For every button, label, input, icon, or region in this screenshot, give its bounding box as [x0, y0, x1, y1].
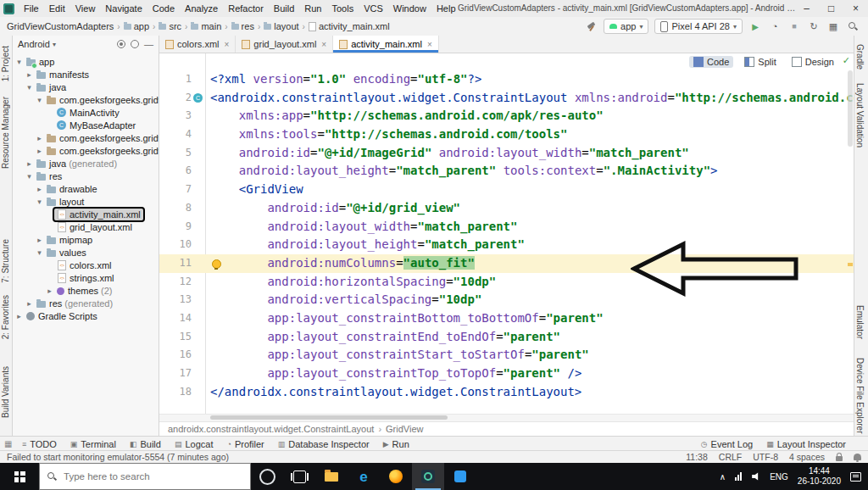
close-tab-icon[interactable]: ×	[225, 40, 230, 49]
tree-expand-arrow-icon[interactable]: ▸	[35, 147, 44, 155]
breadcrumb-androidx-constraintlayout-widget-constraintlayout[interactable]: androidx.constraintlayout.widget.Constra…	[168, 424, 374, 434]
mode-code-button[interactable]: Code	[689, 56, 733, 68]
menu-navigate[interactable]: Navigate	[100, 0, 147, 17]
tool-window-button-logcat[interactable]: ▤Logcat	[175, 439, 214, 449]
tree-expand-arrow-icon[interactable]: ▸	[25, 299, 34, 308]
tree-collapse-arrow-icon[interactable]: ▾	[25, 172, 34, 181]
volume-icon[interactable]	[752, 472, 760, 481]
edge-button[interactable]: e	[348, 463, 380, 490]
sdk-manager-icon[interactable]: ▦	[826, 19, 840, 33]
tree-expand-arrow-icon[interactable]: ▸	[45, 287, 54, 295]
tool-window-button-event-log[interactable]: ◷Event Log	[701, 439, 753, 449]
tree-expand-arrow-icon[interactable]: ▸	[35, 236, 44, 244]
tool-window-button-build-variants[interactable]: Build Variants	[1, 366, 10, 418]
breadcrumb-main[interactable]: main	[191, 21, 221, 31]
tool-window-button-terminal[interactable]: ▣Terminal	[70, 439, 116, 449]
tree-expand-arrow-icon[interactable]: ▸	[14, 312, 24, 320]
tree-collapse-arrow-icon[interactable]: ▾	[35, 198, 44, 206]
project-view-selector[interactable]: Android ▾	[18, 39, 56, 49]
tab-grid-layout-xml[interactable]: grid_layout.xml×	[236, 36, 333, 53]
taskbar-search[interactable]	[39, 463, 251, 490]
tool-window-button-resource-manager[interactable]: Resource Manager	[1, 97, 10, 169]
tool-window-button-database-inspector[interactable]: ▥Database Inspector	[278, 439, 370, 449]
file-encoding-indicator[interactable]: UTF-8	[753, 452, 778, 462]
show-hidden-icons-chevron[interactable]: ∧	[720, 472, 726, 482]
indent-indicator[interactable]: 4 spaces	[789, 452, 825, 462]
tool-window-button-2-favorites[interactable]: 2: Favorites	[1, 295, 10, 339]
menu-analyze[interactable]: Analyze	[180, 0, 223, 17]
maximize-button[interactable]: □	[819, 0, 843, 17]
menu-tools[interactable]: Tools	[326, 0, 359, 17]
menu-view[interactable]: View	[70, 0, 101, 17]
tool-window-button-layout-inspector[interactable]: ▦Layout Inspector	[766, 439, 846, 449]
hide-panel-icon[interactable]: —	[144, 39, 153, 49]
menu-run[interactable]: Run	[299, 0, 326, 17]
task-view-button[interactable]	[283, 463, 315, 490]
emulator-taskbar-button[interactable]	[444, 463, 476, 490]
android-studio-taskbar-button[interactable]	[412, 463, 444, 490]
menu-file[interactable]: File	[19, 0, 44, 17]
line-separator-indicator[interactable]: CRLF	[719, 452, 742, 462]
breadcrumb-activity-main-xml[interactable]: activity_main.xml	[309, 21, 390, 31]
close-tab-icon[interactable]: ×	[321, 40, 326, 49]
tool-window-button-7-structure[interactable]: 7: Structure	[1, 239, 10, 283]
minimize-button[interactable]: –	[794, 0, 819, 17]
tree-collapse-arrow-icon[interactable]: ▾	[25, 83, 34, 92]
tool-window-switcher-icon[interactable]: ▦	[4, 439, 12, 448]
tool-window-button-1-project[interactable]: 1: Project	[1, 46, 10, 81]
start-button[interactable]	[0, 463, 39, 490]
search-everywhere-icon[interactable]	[846, 19, 860, 33]
select-opened-file-icon[interactable]	[117, 40, 125, 48]
close-tab-icon[interactable]: ×	[427, 40, 432, 49]
firefox-button[interactable]	[380, 463, 412, 490]
breadcrumb-res[interactable]: res	[231, 21, 254, 31]
quickfix-bulb-icon[interactable]	[212, 259, 221, 269]
tree-collapse-arrow-icon[interactable]: ▾	[35, 96, 44, 104]
tool-window-button-profiler[interactable]: ◔Profiler	[226, 439, 264, 449]
menu-help[interactable]: Help	[431, 0, 461, 17]
tab-colors-xml[interactable]: colors.xml×	[159, 36, 236, 53]
close-button[interactable]: ×	[843, 0, 868, 17]
warning-stripe-mark[interactable]	[848, 263, 853, 266]
taskbar-clock[interactable]: 14:44 26-10-2020	[798, 466, 841, 487]
tool-window-button-gradle[interactable]: Gradle	[855, 44, 865, 70]
network-icon[interactable]	[735, 472, 743, 481]
breadcrumb-layout[interactable]: layout	[264, 21, 298, 31]
tree-collapse-arrow-icon[interactable]: ▾	[35, 248, 44, 257]
sync-project-icon[interactable]: ↻	[807, 19, 821, 33]
menu-build[interactable]: Build	[269, 0, 299, 17]
tab-activity-main-xml[interactable]: activity_main.xml×	[333, 36, 439, 53]
mode-split-button[interactable]: Split	[740, 56, 780, 68]
menu-refactor[interactable]: Refactor	[223, 0, 269, 17]
read-only-lock-icon[interactable]	[836, 456, 843, 461]
breadcrumb-gridviewcustomadapters[interactable]: GridViewCustomAdapters	[7, 21, 114, 31]
run-configuration-selector[interactable]: app ▾	[604, 19, 648, 34]
tree-expand-arrow-icon[interactable]: ▸	[25, 159, 34, 168]
breadcrumb-app[interactable]: app	[124, 21, 149, 31]
caret-position[interactable]: 11:38	[686, 452, 708, 462]
horizontal-scrollbar[interactable]	[159, 414, 854, 421]
code-editor[interactable]: 1<?xml version="1.0" encoding="utf-8"?>2…	[159, 53, 854, 414]
breadcrumb-gridview[interactable]: GridView	[386, 424, 423, 434]
run-button[interactable]: ▶	[748, 19, 762, 33]
file-explorer-button[interactable]	[315, 463, 348, 490]
menu-vcs[interactable]: VCS	[359, 0, 388, 17]
tree-expand-arrow-icon[interactable]: ▸	[35, 185, 44, 193]
tree-expand-arrow-icon[interactable]: ▸	[25, 70, 34, 79]
tool-window-button-build[interactable]: ◧Build	[130, 439, 161, 449]
tool-window-button-run[interactable]: ▶Run	[383, 439, 409, 449]
notifications-bell-icon[interactable]	[854, 454, 861, 460]
language-indicator[interactable]: ENG	[770, 472, 788, 482]
device-selector[interactable]: Pixel 4 API 28 ▾	[654, 19, 743, 34]
inspection-ok-icon[interactable]: ✓	[843, 55, 850, 66]
taskbar-search-input[interactable]	[62, 471, 235, 482]
profiler-button[interactable]: ◔	[768, 19, 782, 33]
settings-gear-icon[interactable]	[131, 40, 139, 48]
menu-window[interactable]: Window	[388, 0, 431, 17]
menu-code[interactable]: Code	[147, 0, 180, 17]
tree-expand-arrow-icon[interactable]: ▸	[35, 134, 44, 142]
tree-collapse-arrow-icon[interactable]: ▾	[14, 58, 24, 66]
tool-window-button-device-file-explorer[interactable]: Device File Explorer	[855, 358, 865, 433]
tool-window-button-todo[interactable]: ≡TODO	[22, 439, 57, 449]
scrollbar-thumb[interactable]	[210, 415, 448, 420]
